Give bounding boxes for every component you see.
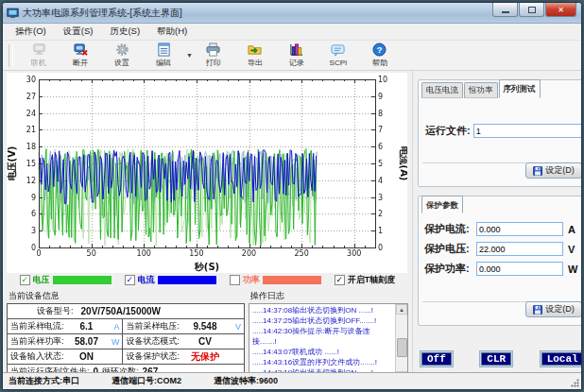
operation-log-box[interactable]: .....14:37:08输出状态切换到ON ......! .....14:3…	[249, 303, 408, 383]
protect-voltage-row: 保护电压: V	[424, 242, 581, 256]
edit-dropdown-caret[interactable]: ▼	[186, 52, 193, 59]
mode-tabs: 电压电流 恒功率 序列测试	[419, 79, 582, 98]
state-mode-cell: 设备状态模式:CV	[123, 334, 245, 349]
device-model-cell: 设备型号:20V/750A/15000W	[8, 304, 245, 319]
protect-body: 保护电流: A 保护电压: V 保护功率: W	[419, 214, 582, 276]
disconnect-button[interactable]: 断开	[60, 41, 101, 70]
printer-icon	[206, 43, 220, 57]
export-button[interactable]: 导出	[234, 41, 276, 70]
window-controls: ✕	[491, 3, 576, 17]
run-file-label: 运行文件:	[425, 124, 471, 138]
left-column: ✓ 电压 ✓ 电流 功率 ✓ 开启T轴刻度	[3, 71, 413, 380]
scroll-thumb[interactable]	[397, 338, 407, 357]
voltage-checkbox[interactable]: ✓	[20, 275, 30, 285]
save-icon	[533, 166, 542, 176]
tab-constant-power[interactable]: 恒功率	[464, 82, 498, 98]
tab-protect-params[interactable]: 保护参数	[421, 196, 463, 213]
device-info-title: 当前设备信息	[9, 290, 245, 302]
gear-icon	[115, 43, 129, 57]
sample-power-cell: 当前采样功率:58.07W	[8, 334, 123, 349]
device-info-table: 设备型号:20V/750A/15000W 当前采样电流:6.1A 当前采样电压:…	[7, 303, 245, 380]
sequence-set-button[interactable]: 设定(D)	[525, 162, 582, 179]
off-button[interactable]: Off	[420, 350, 454, 367]
clr-button[interactable]: CLR	[479, 350, 513, 367]
protect-power-label: 保护功率:	[424, 262, 476, 276]
chart-container	[3, 71, 412, 273]
edit-list-icon	[157, 43, 171, 57]
protect-set-button[interactable]: 设定(D)	[525, 301, 582, 317]
menu-settings[interactable]: 设置(S)	[55, 24, 102, 40]
menu-operate[interactable]: 操作(O)	[7, 24, 55, 40]
record-button[interactable]: 记录	[276, 41, 318, 70]
toolbar-grip[interactable]	[9, 44, 13, 67]
connect-button[interactable]: 联机	[18, 41, 60, 70]
menu-history[interactable]: 历史(S)	[101, 24, 148, 40]
table-row: 当前采样电流:6.1A 当前采样电压:9.548V	[8, 319, 245, 334]
bottom-row: 当前设备信息 设备型号:20V/750A/15000W 当前采样电流:6.1A …	[3, 287, 412, 383]
protect-current-row: 保护电流: A	[424, 222, 581, 236]
legend-power: 功率	[230, 274, 321, 286]
tab-sequence-test[interactable]: 序列测试	[499, 79, 541, 98]
disconnect-icon	[74, 43, 88, 57]
chart-legend: ✓ 电压 ✓ 电流 功率 ✓ 开启T轴刻度	[3, 273, 412, 287]
toolbar: 联机 断开 设置 编辑 ▼ 打印 导出 记录	[3, 41, 581, 71]
protect-current-unit: A	[568, 224, 575, 235]
legend-t-axis: ✓ 开启T轴刻度	[335, 274, 396, 286]
list-item: .....14:42:30操作提示:断开与设备连接.......!	[252, 326, 394, 347]
window-title: 大功率电源系列管理系统-[系统主界面]	[23, 7, 182, 20]
voltage-swatch	[53, 276, 112, 284]
protect-voltage-input[interactable]	[476, 242, 563, 256]
protect-param-card: 保护参数 保护电流: A 保护电压: V 保护功率:	[418, 196, 582, 326]
scroll-up-icon[interactable]: ▲	[396, 304, 407, 315]
edit-button-group: 编辑 ▼	[143, 41, 193, 70]
maximize-button[interactable]	[519, 3, 544, 17]
connection-type-status: 当前连接方式:串口	[9, 375, 79, 387]
scpi-bubble-icon	[331, 43, 345, 58]
sample-voltage-cell: 当前采样电压:9.548V	[123, 319, 245, 334]
resize-grip-icon[interactable]	[571, 379, 579, 387]
protect-power-input[interactable]	[476, 262, 563, 276]
menu-help[interactable]: 帮助(H)	[148, 24, 196, 40]
edit-button[interactable]: 编辑	[143, 41, 184, 70]
operation-log-panel: 操作日志 .....14:37:08输出状态切换到ON ......! ....…	[249, 289, 408, 383]
scpi-button[interactable]: SCPI	[318, 42, 359, 69]
com-port-status: 通信端口号:COM2	[112, 375, 181, 387]
power-checkbox[interactable]	[230, 275, 240, 285]
current-checkbox[interactable]: ✓	[125, 275, 135, 285]
save-icon	[533, 305, 542, 315]
print-button[interactable]: 打印	[193, 41, 234, 70]
operation-log-title: 操作日志	[250, 290, 408, 302]
main-area: ✓ 电压 ✓ 电流 功率 ✓ 开启T轴刻度	[3, 71, 581, 380]
baud-rate-status: 通信波特率:9600	[214, 375, 278, 387]
title-bar: 大功率电源系列管理系统-[系统主界面] ✕	[3, 3, 581, 24]
help-icon: ?	[372, 43, 386, 57]
svg-text:?: ?	[377, 45, 383, 55]
minimize-button[interactable]	[492, 3, 518, 17]
status-bar: 当前连接方式:串口 通信端口号:COM2 通信波特率:9600	[3, 372, 581, 389]
close-icon: ✕	[558, 6, 564, 14]
power-swatch	[263, 276, 321, 284]
protect-voltage-unit: V	[568, 244, 575, 255]
table-row: 当前采样功率:58.07W 设备状态模式:CV	[8, 334, 245, 349]
list-item: .....14:43:16设置的序列文件成功.......!	[252, 357, 394, 367]
table-row: 设备输入状态:ON 设备保护状态:无保护	[8, 349, 245, 365]
table-row: 设备型号:20V/750A/15000W	[8, 304, 245, 319]
mode-tab-card: 电压电流 恒功率 序列测试 运行文件: 设定(D)	[418, 79, 582, 187]
protect-current-input[interactable]	[476, 222, 563, 236]
help-button[interactable]: ? 帮助	[359, 41, 401, 70]
protect-current-label: 保护电流:	[424, 222, 476, 236]
input-state-cell: 设备输入状态:ON	[8, 349, 123, 365]
protect-power-unit: W	[568, 264, 577, 275]
log-scrollbar[interactable]: ▲ ▼	[395, 304, 407, 382]
current-swatch	[158, 276, 216, 284]
list-item: .....14:37:25输出状态切换到OFF.......!	[252, 315, 394, 326]
tab-voltage-current[interactable]: 电压电流	[421, 82, 463, 98]
close-button[interactable]: ✕	[545, 3, 576, 17]
run-file-input[interactable]	[473, 124, 582, 138]
waveform-chart	[7, 73, 407, 273]
settings-button[interactable]: 设置	[101, 41, 143, 70]
sequence-tab-body: 运行文件:	[419, 99, 582, 142]
control-button-row: Off CLR Local	[418, 350, 582, 367]
t-axis-checkbox[interactable]: ✓	[335, 275, 345, 285]
local-button[interactable]: Local	[540, 350, 582, 367]
